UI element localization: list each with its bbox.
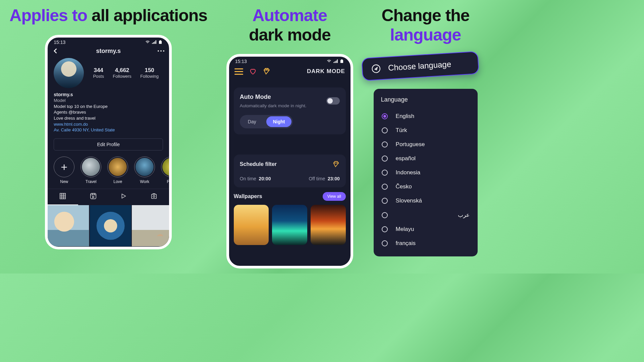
post-thumb[interactable]	[90, 248, 131, 249]
day-button[interactable]: Day	[241, 116, 263, 127]
compass-icon	[371, 64, 381, 74]
plus-icon: +	[61, 161, 67, 173]
radio-icon	[382, 240, 388, 246]
svg-rect-18	[132, 248, 172, 249]
post-thumb[interactable]	[48, 248, 89, 249]
svg-rect-1	[152, 194, 157, 198]
svg-rect-10	[132, 230, 172, 246]
phone-instagram: 15:13 stormy.s 344 Posts 4,662 Followe	[45, 35, 172, 249]
avatar[interactable]	[54, 58, 84, 88]
post-grid	[48, 205, 169, 249]
language-option-turk[interactable]: Türk	[381, 123, 470, 137]
stat-following[interactable]: 150 Following	[140, 67, 159, 79]
status-bar: 15:13	[229, 57, 351, 65]
profile-header: 344 Posts 4,662 Followers 150 Following	[48, 58, 169, 88]
post-thumb[interactable]	[132, 205, 172, 248]
status-icons	[145, 40, 163, 45]
wallpapers-row	[229, 205, 351, 245]
choose-language-button[interactable]: Choose language	[362, 51, 480, 81]
reels-icon	[90, 192, 97, 200]
tab-grid[interactable]	[48, 189, 78, 205]
auto-mode-toggle[interactable]	[326, 97, 340, 105]
more-icon[interactable]	[158, 50, 164, 52]
post-thumb[interactable]	[132, 248, 172, 249]
menu-icon[interactable]	[234, 68, 243, 75]
signal-icon	[333, 59, 338, 64]
play-icon	[120, 192, 127, 200]
back-icon[interactable]	[52, 48, 59, 54]
phone-darkmode: 15:13 DARK MODE Auto Mode Automatically …	[226, 54, 353, 268]
stat-posts[interactable]: 344 Posts	[93, 67, 104, 79]
panel-applies-to: Applies to all applications 15:13 stormy…	[9, 6, 207, 274]
highlight-work[interactable]: Work	[134, 157, 155, 184]
radio-icon	[382, 212, 388, 218]
panel-language: Change the language Choose language Lang…	[372, 6, 479, 274]
language-option-indonesia[interactable]: Indonesia	[381, 166, 470, 180]
battery-icon	[339, 59, 344, 64]
tab-reels[interactable]	[78, 189, 109, 205]
svg-rect-11	[48, 248, 89, 249]
profile-tabs	[48, 189, 169, 205]
tab-video[interactable]	[108, 189, 139, 205]
svg-rect-14	[90, 248, 131, 249]
profile-url[interactable]: www.html.com.do	[54, 121, 163, 127]
svg-point-2	[153, 195, 155, 197]
edit-profile-button[interactable]: Edit Profile	[54, 138, 163, 150]
language-option-slovenska[interactable]: Slovenská	[381, 194, 470, 208]
status-time: 15:13	[54, 40, 65, 45]
svg-point-22	[372, 65, 380, 73]
profile-username: stormy.s	[96, 48, 121, 55]
wifi-icon	[326, 59, 332, 64]
view-all-button[interactable]: View all	[323, 192, 346, 201]
language-header: Language	[381, 96, 470, 103]
wallpapers-header: Wallpapers View all	[229, 192, 351, 205]
grid-icon	[59, 192, 66, 200]
auto-mode-title: Auto Mode	[240, 94, 307, 101]
wallpaper-thumb[interactable]	[234, 205, 269, 245]
headline-2: Automate dark mode	[249, 6, 331, 45]
language-option-portuguese[interactable]: Portuguese	[381, 137, 470, 152]
stat-followers[interactable]: 4,662 Followers	[113, 67, 131, 79]
radio-icon	[382, 170, 388, 176]
post-thumb[interactable]	[48, 205, 89, 248]
language-option-english[interactable]: English	[381, 109, 470, 123]
language-option-francais[interactable]: français	[381, 236, 470, 250]
day-night-switch: Day Night	[240, 115, 293, 128]
radio-icon	[382, 156, 388, 162]
profile-address: Av. Calle 4930 NY, United State	[54, 127, 163, 133]
wallpaper-thumb[interactable]	[272, 205, 307, 245]
highlight-new[interactable]: + New	[54, 157, 74, 184]
headline-3: Change the language	[381, 6, 469, 45]
radio-icon	[382, 198, 388, 204]
night-button[interactable]: Night	[266, 116, 292, 127]
status-time: 15:13	[235, 59, 247, 64]
auto-mode-subtitle: Automatically dark mode in night.	[240, 103, 307, 108]
gem-icon[interactable]	[263, 67, 271, 75]
gem-icon	[332, 161, 340, 168]
status-bar: 15:13	[48, 38, 169, 46]
highlight-love[interactable]: Love	[107, 157, 128, 184]
language-option-espanol[interactable]: español	[381, 152, 470, 166]
profile-stats: 344 Posts 4,662 Followers 150 Following	[89, 67, 163, 79]
language-option-arabic[interactable]: عرب	[381, 208, 470, 222]
schedule-card: Schedule filter On time 20:00 Off time 2…	[234, 155, 346, 187]
svg-point-8	[104, 219, 117, 232]
svg-point-5	[54, 212, 74, 231]
heart-icon[interactable]	[249, 68, 257, 75]
wallpapers-title: Wallpapers	[234, 193, 262, 199]
svg-rect-4	[48, 230, 89, 246]
highlight-travel[interactable]: Travel	[80, 157, 101, 184]
app-topbar: DARK MODE	[229, 65, 351, 81]
language-option-melayu[interactable]: Melayu	[381, 222, 470, 236]
headline-1: Applies to all applications	[9, 6, 207, 25]
tagged-icon	[150, 192, 158, 200]
profile-bio: stormy.s Model Model top 10 on the Europ…	[48, 88, 169, 135]
highlight-food[interactable]: Food	[161, 157, 172, 184]
wallpaper-thumb[interactable]	[311, 205, 346, 245]
tab-tagged[interactable]	[139, 189, 169, 205]
language-option-cesko[interactable]: Česko	[381, 180, 470, 194]
profile-topbar: stormy.s	[48, 46, 169, 58]
language-picker: Language English Türk Portuguese español…	[374, 89, 478, 256]
battery-icon	[158, 40, 163, 45]
post-thumb[interactable]	[90, 205, 131, 248]
